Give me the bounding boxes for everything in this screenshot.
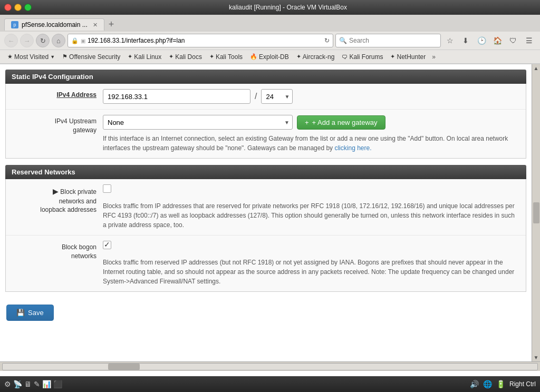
tray-icon-3: 🖥: [24, 380, 32, 388]
tray-icon-4: ✎: [34, 380, 40, 388]
add-gateway-button[interactable]: + + Add a new gateway: [297, 115, 385, 130]
save-button[interactable]: 💾 Save: [6, 305, 54, 321]
home-icon[interactable]: 🏠: [490, 34, 504, 47]
search-input[interactable]: [349, 37, 437, 44]
bookmark-icon: ✦: [296, 53, 301, 60]
scroll-thumb-h[interactable]: [108, 364, 140, 370]
security-icon: ▣: [81, 38, 85, 44]
scroll-thumb[interactable]: [533, 202, 539, 223]
block-bogon-help: Blocks traffic from reserved IP addresse…: [103, 253, 519, 286]
bookmarks-bar: ★ Most Visited ▼ ⚑ Offensive Security ✦ …: [0, 50, 540, 64]
block-bogon-checkbox-wrap: [103, 241, 111, 249]
minimize-button[interactable]: [14, 4, 22, 11]
ipv4-gateway-controls: None ▼ + + Add a new gateway: [103, 115, 519, 153]
bookmark-icon: ✦: [128, 53, 132, 60]
bookmark-icon: ✦: [390, 53, 395, 60]
bookmark-label: NetHunter: [397, 53, 426, 61]
tray-icon-r3: 🔋: [496, 380, 505, 388]
bookmark-label: Kali Forums: [349, 53, 383, 61]
ipv4-gateway-row: IPv4 Upstreamgateway None ▼: [6, 110, 526, 158]
plus-icon: +: [305, 119, 309, 126]
scroll-up-arrow[interactable]: ▲: [534, 65, 539, 71]
window-titlebar: kaliaudit [Running] - Oracle VM VirtualB…: [0, 0, 540, 15]
bookmark-label: Kali Docs: [175, 53, 202, 61]
bookmark-exploit-db[interactable]: 🔥 Exploit-DB: [247, 52, 292, 62]
add-gateway-label: + Add a new gateway: [312, 119, 378, 126]
reserved-networks-section: ▶ Block privatenetworks andloopback addr…: [5, 179, 526, 292]
tab-close-button[interactable]: ✕: [93, 22, 98, 28]
bookmark-nethunter[interactable]: ✦ NetHunter: [387, 52, 429, 62]
taskbar: ⚙ 📡 🖥 ✎ 📊 ⬛ 🔊 🌐 🔋 Right Ctrl: [0, 376, 540, 392]
horizontal-scrollbar[interactable]: [2, 363, 538, 370]
tray-icon-1: ⚙: [4, 380, 11, 388]
shield-icon[interactable]: 🛡: [506, 34, 520, 47]
bookmark-most-visited[interactable]: ★ Most Visited ▼: [4, 52, 58, 62]
search-bar-wrap: 🔍: [335, 34, 441, 47]
tab-favicon: p: [11, 21, 18, 28]
scroll-down-arrow[interactable]: ▼: [534, 355, 539, 360]
tray-icon-r1: 🔊: [470, 380, 479, 388]
gateway-select[interactable]: None: [103, 115, 293, 130]
status-bar: [0, 361, 540, 371]
window-title: kaliaudit [Running] - Oracle VM VirtualB…: [40, 4, 536, 11]
window-controls: [4, 4, 32, 11]
bookmark-aircrack[interactable]: ✦ Aircrack-ng: [293, 52, 338, 62]
navigation-toolbar: ← → ↻ ⌂ 🔒 ▣ ↻ 🔍 ☆ ⬇ 🕑 🏠 🛡: [0, 32, 540, 50]
bookmark-offensive-security[interactable]: ⚑ Offensive Security: [59, 52, 123, 62]
save-icon: 💾: [16, 309, 25, 317]
bookmark-icon: ⚑: [62, 53, 68, 60]
menu-icon[interactable]: ☰: [522, 34, 536, 47]
cidr-select-wrap: 24 8 16 25 ▼: [261, 89, 293, 104]
block-bogon-row: Block bogonnetworks Blocks traffic from …: [6, 236, 526, 291]
forward-button[interactable]: →: [20, 34, 34, 47]
block-bogon-checkbox[interactable]: [103, 241, 111, 249]
vertical-scrollbar[interactable]: ▲ ▼: [532, 64, 540, 361]
active-tab[interactable]: p pfSense.localdomain ... ✕: [4, 18, 104, 31]
url-input[interactable]: [88, 37, 322, 44]
bookmarks-star-icon[interactable]: ☆: [443, 34, 457, 47]
bookmark-label: Kali Linux: [134, 53, 161, 61]
block-bogon-controls: Blocks traffic from reserved IP addresse…: [103, 241, 519, 286]
gateways-link[interactable]: clicking here.: [334, 144, 371, 152]
url-bar-wrap: 🔒 ▣ ↻: [68, 34, 333, 47]
tray-icon-5: 📊: [42, 380, 51, 388]
tab-label: pfSense.localdomain ...: [22, 21, 88, 28]
home-button[interactable]: ⌂: [52, 34, 65, 47]
reload-inline-icon[interactable]: ↻: [324, 37, 330, 44]
block-private-label: ▶ Block privatenetworks andloopback addr…: [12, 184, 97, 214]
downloads-icon[interactable]: ⬇: [459, 34, 472, 47]
bookmark-kali-tools[interactable]: ✦ Kali Tools: [206, 52, 246, 62]
new-tab-button[interactable]: +: [109, 19, 114, 30]
bookmark-kali-docs[interactable]: ✦ Kali Docs: [166, 52, 205, 62]
ipv4-address-input[interactable]: [103, 89, 250, 104]
browser-area: p pfSense.localdomain ... ✕ + ← → ↻ ⌂ 🔒 …: [0, 15, 540, 376]
maximize-button[interactable]: [24, 4, 32, 11]
bookmark-kali-forums[interactable]: 🗨 Kali Forums: [339, 52, 386, 62]
history-icon[interactable]: 🕑: [475, 34, 488, 47]
bookmark-label: Offensive Security: [69, 53, 120, 61]
bookmarks-overflow-icon[interactable]: »: [432, 53, 436, 61]
cidr-select[interactable]: 24 8 16 25: [261, 89, 293, 104]
block-bogon-label: Block bogonnetworks: [12, 241, 97, 261]
system-tray: ⚙ 📡 🖥 ✎ 📊 ⬛: [4, 380, 62, 388]
block-private-checkbox[interactable]: [103, 184, 111, 193]
reserved-networks-header: Reserved Networks: [5, 165, 526, 179]
gateway-select-wrap: None ▼: [103, 115, 293, 130]
tab-bar: p pfSense.localdomain ... ✕ +: [0, 15, 540, 32]
block-private-controls: Blocks traffic from IP addresses that ar…: [103, 184, 519, 230]
reload-button[interactable]: ↻: [36, 34, 50, 47]
block-private-checkbox-wrap: [103, 184, 111, 193]
ipv4-address-row: IPv4 Address / 24 8 16: [6, 84, 526, 110]
static-ipv4-section: IPv4 Address / 24 8 16: [5, 84, 526, 159]
bookmark-icon: 🔥: [250, 53, 257, 60]
bookmark-kali-linux[interactable]: ✦ Kali Linux: [124, 52, 165, 62]
back-button[interactable]: ←: [4, 34, 18, 47]
close-button[interactable]: [4, 4, 12, 11]
static-ipv4-header: Static IPv4 Configuration: [5, 70, 526, 84]
page-content: Static IPv4 Configuration IPv4 Address: [0, 64, 532, 361]
ipv4-address-label: IPv4 Address: [12, 89, 97, 99]
ipv4-gateway-label: IPv4 Upstreamgateway: [12, 115, 97, 135]
search-icon: 🔍: [339, 37, 347, 44]
bookmark-label: Exploit-DB: [259, 53, 289, 61]
bookmark-label: Kali Tools: [216, 53, 243, 61]
